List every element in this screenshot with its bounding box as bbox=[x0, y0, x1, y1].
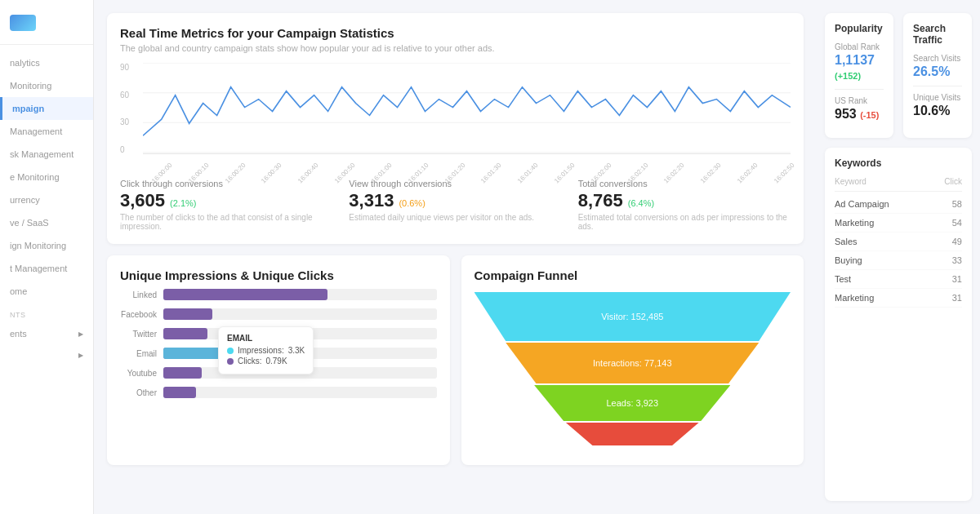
kw-row-2: Sales 49 bbox=[835, 233, 962, 251]
campaign-stats-card: Real Time Metrics for your Campaign Stat… bbox=[107, 13, 804, 244]
global-rank-label: Global Rank bbox=[835, 42, 884, 51]
sidebar-item-ign-monitoring[interactable]: ign Monitoring bbox=[0, 234, 93, 257]
kw-col-click: Click bbox=[944, 177, 962, 186]
stat-divider-2 bbox=[913, 86, 962, 86]
chevron-right-icon: ▶ bbox=[78, 330, 83, 338]
page-subtitle: The global and country campaign stats sh… bbox=[120, 43, 791, 53]
search-traffic-title: Search Traffic bbox=[913, 23, 962, 46]
stat-divider-1 bbox=[835, 89, 884, 90]
bar-track-facebook bbox=[163, 308, 437, 320]
impressions-card: Unique Impressions & Unique Clicks Linke… bbox=[107, 255, 450, 465]
keywords-header: Keyword Click bbox=[835, 177, 962, 192]
funnel-bottom bbox=[566, 423, 699, 445]
popularity-title: Popularity bbox=[835, 23, 884, 34]
tooltip-clicks: Clicks: 0.79K bbox=[227, 357, 305, 366]
kw-name-0: Ad Campaign bbox=[835, 199, 889, 209]
sidebar-item-monitoring[interactable]: Monitoring bbox=[0, 74, 93, 97]
bar-fill-youtube bbox=[163, 367, 202, 379]
kw-name-2: Sales bbox=[835, 237, 858, 246]
metric-click-through-value: 3,605 (2.1%) bbox=[120, 190, 332, 211]
kw-row-1: Marketing 54 bbox=[835, 214, 962, 233]
keywords-list: Ad Campaign 58 Marketing 54 Sales 49 Buy… bbox=[835, 195, 962, 308]
bar-label-other: Other bbox=[120, 388, 157, 397]
global-rank-value: 1,1137 (+152) bbox=[835, 53, 884, 82]
chart-area bbox=[143, 63, 791, 154]
keywords-title: Keywords bbox=[835, 157, 962, 169]
sidebar-item-ents[interactable]: ents ▶ bbox=[0, 322, 93, 345]
dot-purple-icon bbox=[227, 358, 234, 365]
logo-icon bbox=[10, 15, 36, 31]
chevron-right-icon-2: ▶ bbox=[78, 352, 83, 359]
search-visits-row: Search Visits 26.5% bbox=[913, 54, 962, 79]
sidebar-item-t-management[interactable]: t Management bbox=[0, 257, 93, 280]
sidebar-item-management[interactable]: Management bbox=[0, 120, 93, 143]
metric-total-value: 8,765 (6.4%) bbox=[578, 190, 791, 211]
sidebar-item-ome[interactable]: ome bbox=[0, 280, 93, 303]
sidebar-item-currency[interactable]: urrency bbox=[0, 188, 93, 211]
us-rank-label: US Rank bbox=[835, 96, 884, 105]
sidebar-logo bbox=[0, 8, 93, 45]
sidebar-item-campaign[interactable]: mpaign bbox=[0, 97, 93, 120]
funnel-interactions: Interactions: 77,143 bbox=[506, 343, 759, 383]
metric-click-through-desc: The number of clicks to the ad that cons… bbox=[120, 213, 332, 231]
kw-click-5: 31 bbox=[952, 293, 962, 303]
global-rank-row: Global Rank 1,1137 (+152) bbox=[835, 42, 884, 82]
metrics-row: Click through conversions 3,605 (2.1%) T… bbox=[120, 179, 791, 231]
metric-click-through-badge: (2.1%) bbox=[170, 198, 196, 208]
metric-total-label: Total conversions bbox=[578, 179, 791, 188]
funnel-leads: Leads: 3,923 bbox=[534, 385, 730, 421]
unique-visits-row: Unique Visits 10.6% bbox=[913, 93, 962, 118]
us-rank-value: 953 (-15) bbox=[835, 107, 884, 122]
bar-row-linked: Linked bbox=[120, 289, 437, 300]
search-visits-value: 26.5% bbox=[913, 64, 962, 79]
kw-row-0: Ad Campaign 58 bbox=[835, 195, 962, 214]
sidebar-item-risk-management[interactable]: sk Management bbox=[0, 143, 93, 166]
metric-view-through: View through conversions 3,313 (0.6%) Es… bbox=[349, 179, 561, 231]
funnel-card: Compaign Funnel Visitor: 152,485 Interac… bbox=[461, 255, 804, 465]
bar-tooltip: EMAIL Impressions: 3.3K Clicks: 0.79K bbox=[218, 326, 314, 374]
sidebar-item-saas[interactable]: ve / SaaS bbox=[0, 211, 93, 234]
kw-row-4: Test 31 bbox=[835, 270, 962, 289]
impressions-title: Unique Impressions & Unique Clicks bbox=[120, 268, 437, 282]
sidebar-item-e-monitoring[interactable]: e Monitoring bbox=[0, 166, 93, 188]
dot-cyan-icon bbox=[227, 348, 234, 354]
bar-fill-linked bbox=[163, 289, 327, 300]
sidebar-section-nts: NTS bbox=[0, 303, 93, 322]
bar-fill-facebook bbox=[163, 308, 212, 320]
kw-name-5: Marketing bbox=[835, 293, 874, 303]
funnel-visitor: Visitor: 152,485 bbox=[474, 292, 791, 341]
popularity-card: Popularity Global Rank 1,1137 (+152) US … bbox=[825, 13, 893, 138]
bar-row-facebook: Facebook bbox=[120, 308, 437, 320]
us-rank-row: US Rank 953 (-15) bbox=[835, 96, 884, 122]
stat-cards-row: Popularity Global Rank 1,1137 (+152) US … bbox=[825, 13, 972, 138]
search-traffic-card: Search Traffic Search Visits 26.5% Uniqu… bbox=[903, 13, 972, 138]
kw-row-3: Buying 33 bbox=[835, 251, 962, 270]
metric-view-through-label: View through conversions bbox=[349, 179, 561, 188]
us-rank-change: (-15) bbox=[860, 110, 879, 120]
unique-visits-label: Unique Visits bbox=[913, 93, 962, 102]
metric-view-through-value: 3,313 (0.6%) bbox=[349, 190, 561, 211]
bar-chart: Linked Facebook Twitter bbox=[120, 286, 437, 410]
funnel-title: Compaign Funnel bbox=[474, 268, 791, 282]
kw-col-keyword: Keyword bbox=[835, 177, 866, 186]
metric-view-through-badge: (0.6%) bbox=[399, 198, 425, 208]
unique-visits-value: 10.6% bbox=[913, 104, 962, 118]
kw-click-2: 49 bbox=[952, 237, 962, 246]
bar-row-other: Other bbox=[120, 387, 437, 398]
kw-name-1: Marketing bbox=[835, 218, 874, 228]
metric-view-through-desc: Estimated daily unique views per visitor… bbox=[349, 213, 561, 222]
bar-fill-other bbox=[163, 387, 196, 398]
sidebar-item-analytics[interactable]: nalytics bbox=[0, 51, 93, 74]
bar-label-twitter: Twitter bbox=[120, 330, 157, 339]
kw-click-4: 31 bbox=[952, 274, 962, 284]
bottom-row: Unique Impressions & Unique Clicks Linke… bbox=[107, 255, 804, 476]
bar-label-linked: Linked bbox=[120, 290, 157, 299]
kw-click-3: 33 bbox=[952, 255, 962, 265]
search-visits-label: Search Visits bbox=[913, 54, 962, 63]
sidebar-item-extra[interactable]: ▶ bbox=[0, 345, 93, 366]
metric-total-badge: (6.4%) bbox=[628, 198, 654, 208]
right-panel: Popularity Global Rank 1,1137 (+152) US … bbox=[817, 0, 980, 514]
chart-y-axis: 0 30 60 90 bbox=[120, 63, 143, 169]
bar-track-linked bbox=[163, 289, 437, 300]
kw-click-0: 58 bbox=[952, 199, 962, 209]
